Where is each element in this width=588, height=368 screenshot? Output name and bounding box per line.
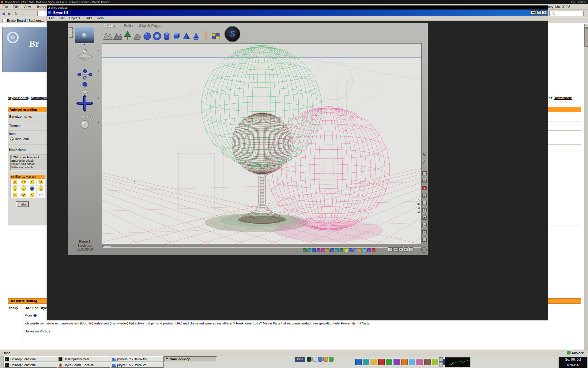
palette-icon-15[interactable] xyxy=(367,248,371,252)
breadcrumb-board-link[interactable]: Bryce-Board xyxy=(8,96,28,100)
minimize-icon[interactable]: — xyxy=(531,10,536,15)
tray-app-icon-11[interactable] xyxy=(432,359,438,365)
clock-applet[interactable]: So, 06. Jul 18:03:02 xyxy=(559,357,587,368)
tab-create[interactable]: Create▸ xyxy=(103,23,118,28)
tray-app-icon-10[interactable] xyxy=(424,359,431,365)
tab-sky-fog[interactable]: Sky & Fog▸ xyxy=(139,23,161,28)
browser-scrollbar[interactable]: ▲ xyxy=(584,24,588,350)
tool-button-4[interactable]: ▥ xyxy=(422,194,427,197)
smiley-cool[interactable] xyxy=(28,186,37,192)
maximize-icon[interactable]: □ xyxy=(537,10,541,15)
cube-icon[interactable] xyxy=(172,29,181,42)
bryce-menu-help[interactable]: Help xyxy=(95,16,106,20)
palette-icon-9[interactable] xyxy=(340,248,343,252)
transport-button[interactable]: ▶ xyxy=(404,247,408,251)
system-monitor-applet[interactable] xyxy=(445,357,470,367)
smiley-happy[interactable] xyxy=(19,186,28,192)
flyaround-widget[interactable] xyxy=(79,89,90,95)
viewport-option-m[interactable]: M xyxy=(417,210,420,213)
tray-app-icon-9[interactable] xyxy=(417,359,423,365)
taskbar-button--system32-datei-bro-[interactable]: [system32 - Datei-Bro... xyxy=(111,356,164,362)
tray-app-icon-1[interactable] xyxy=(355,359,362,365)
smiley-grin[interactable] xyxy=(11,179,19,186)
tool-button-1[interactable]: ▭ xyxy=(422,171,427,175)
scrollbar-up-icon[interactable]: ▲ xyxy=(584,24,588,28)
viewport-option-a[interactable]: A xyxy=(417,198,420,201)
palette-icon-16[interactable] xyxy=(372,248,375,252)
globe-icon[interactable] xyxy=(420,247,427,255)
bryce-titlebar[interactable]: Bryce 5.5 — □ × xyxy=(47,10,548,16)
tray-icon-4[interactable] xyxy=(323,357,328,362)
tray-icon-5[interactable] xyxy=(329,357,334,362)
viewport-h-scrollbar[interactable] xyxy=(102,245,421,248)
pyramid-icon[interactable] xyxy=(182,29,191,42)
h-scrollbar-thumb[interactable] xyxy=(103,246,111,247)
sphere-icon[interactable] xyxy=(142,29,152,42)
tray-app-icon-2[interactable] xyxy=(363,359,369,365)
maximize-icon[interactable]: □ xyxy=(577,1,582,3)
pan-cross-widget[interactable] xyxy=(76,95,93,113)
breadcrumb-category-link[interactable]: Sonstiges xyxy=(31,96,47,100)
taskbar-button-bryce-board-tech-tal-[interactable]: Bryce-Board | Tech Tal... xyxy=(58,362,110,368)
tray-icon-3[interactable] xyxy=(318,357,322,362)
tool-button-10[interactable]: ↻ xyxy=(422,238,427,242)
trackball-widget[interactable] xyxy=(75,68,95,82)
panel-down-icon[interactable]: ▼ xyxy=(439,362,443,366)
palette-icon-7[interactable] xyxy=(330,248,334,252)
tray-app-icon-6[interactable] xyxy=(394,359,400,365)
torus-icon[interactable] xyxy=(152,29,162,42)
tool-button-8[interactable]: M xyxy=(422,223,427,227)
tray-app-icon-5[interactable] xyxy=(386,359,392,365)
taskbar-button-desktopklebeterm[interactable]: >DesktopKlebeterm xyxy=(58,356,110,362)
palette-icon-6[interactable] xyxy=(326,248,330,252)
tray-app-icon-4[interactable] xyxy=(378,359,385,365)
dropdown-arrow-icon[interactable]: ▾ xyxy=(98,49,99,52)
mini-tool-icon[interactable] xyxy=(69,27,73,30)
tool-button-9[interactable]: ⊞ xyxy=(422,230,427,234)
rotate-ball-widget[interactable] xyxy=(79,81,91,90)
tray-icon-1[interactable] xyxy=(307,357,311,362)
tray-app-icon-3[interactable] xyxy=(371,359,377,365)
smiley-smile[interactable] xyxy=(19,179,28,186)
viewport-option-⊠[interactable]: ⊠ xyxy=(417,206,420,209)
smiley-wink2[interactable] xyxy=(11,192,19,198)
more-smilies-button[interactable]: mehr xyxy=(16,201,29,207)
tab-edit[interactable]: Edit▸ xyxy=(124,23,134,28)
mini-tool-icon[interactable] xyxy=(69,35,73,38)
logout-link[interactable]: [Abmelden] xyxy=(554,96,572,100)
bookmark-item[interactable]: Bryce-Board | Sucherg... xyxy=(7,19,44,22)
menu-edit[interactable]: Edit xyxy=(10,5,21,9)
nano-preview[interactable] xyxy=(75,27,94,43)
tray-app-icon-7[interactable] xyxy=(401,359,408,365)
palette-icon-5[interactable] xyxy=(321,248,325,252)
mountain-icon[interactable] xyxy=(113,29,123,42)
smiley-missing[interactable]: ??? xyxy=(37,192,45,198)
dropdown-arrow-icon[interactable]: ▾ xyxy=(98,70,99,72)
menu-file[interactable]: File xyxy=(0,5,10,9)
smiley-eek[interactable] xyxy=(11,186,19,192)
transport-button[interactable]: ◀ xyxy=(393,247,398,251)
no-icon-radio[interactable] xyxy=(10,137,14,141)
transport-button[interactable]: ■ xyxy=(398,247,403,251)
tool-button-5[interactable]: ≡ xyxy=(422,201,427,205)
close-icon[interactable]: × xyxy=(582,1,587,3)
menu-view[interactable]: View xyxy=(21,5,33,9)
tree-icon[interactable] xyxy=(123,29,132,42)
tool-button-3[interactable]: ■ xyxy=(422,186,427,190)
adblock-icon[interactable] xyxy=(567,351,571,355)
taskbar-button--bryce-5-5-datei-bro-[interactable]: [Bryce 5.5 - Datei-Bro... xyxy=(111,362,164,368)
back-icon[interactable]: ◀ xyxy=(0,11,6,16)
palette-icon-11[interactable] xyxy=(349,248,352,252)
smiley-biggrin[interactable] xyxy=(37,179,45,186)
smiley-frown[interactable] xyxy=(28,192,37,198)
tool-button-6[interactable]: A xyxy=(422,208,427,212)
taskbar-button-desktopklebeterm[interactable]: >DesktopKlebeterm xyxy=(4,356,57,362)
palette-icon-12[interactable] xyxy=(353,248,357,252)
taskbar-button-wine-desktop[interactable]: Wine desktop xyxy=(164,356,217,362)
palette-icon-4[interactable] xyxy=(317,248,320,252)
edit-pencil-icon[interactable]: ✎ xyxy=(422,152,426,158)
palette-icon-10[interactable] xyxy=(344,248,348,252)
keyboard-layout-indicator[interactable]: Deu xyxy=(295,357,305,362)
home-icon[interactable]: ⌂ xyxy=(19,11,26,16)
palette-icon-1[interactable] xyxy=(303,248,307,252)
